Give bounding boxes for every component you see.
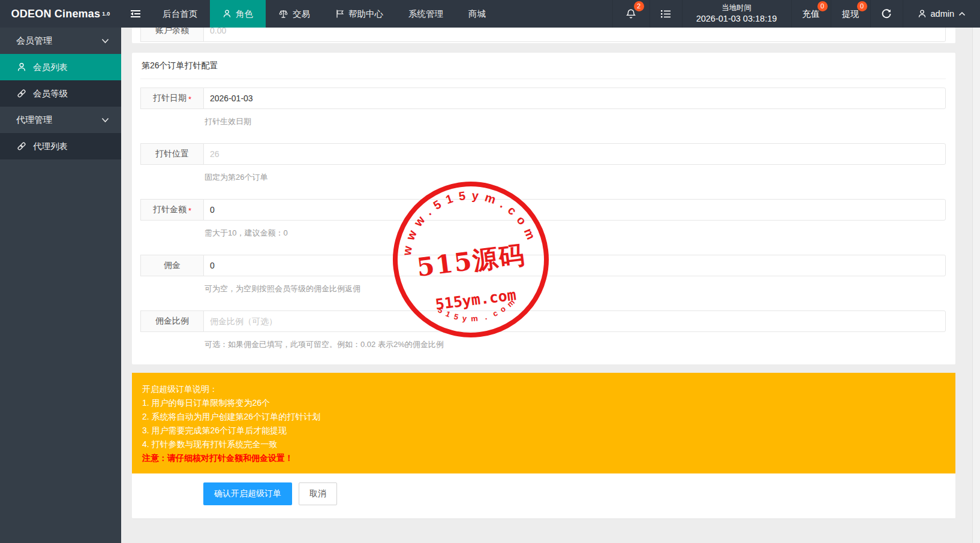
local-time-label: 当地时间	[722, 3, 751, 13]
nav-item-help-center[interactable]: 帮助中心	[323, 0, 396, 28]
required-asterisk: *	[188, 206, 191, 215]
list-icon	[660, 9, 671, 19]
scrollbar-track[interactable]	[972, 28, 980, 543]
scales-icon	[278, 9, 288, 19]
field-help: 固定为第26个订单	[205, 172, 946, 183]
sidebar-group-agent-management[interactable]: 代理管理	[0, 107, 121, 133]
inject-date-input[interactable]	[203, 88, 946, 109]
balance-input[interactable]	[203, 28, 946, 42]
refresh-button[interactable]	[870, 0, 903, 28]
sidebar-collapse-button[interactable]	[121, 0, 150, 28]
field-help: 打针生效日期	[205, 116, 946, 127]
nav-item-label: 交易	[293, 8, 310, 20]
field-label-text: 打针日期	[153, 93, 187, 104]
person-icon	[223, 9, 232, 19]
commission-rate-input[interactable]	[203, 310, 946, 332]
sidebar-item-label: 代理列表	[33, 141, 68, 152]
nav-item-mall[interactable]: 商城	[456, 0, 498, 28]
field-help: 可为空，为空则按照会员等级的佣金比例返佣	[205, 283, 946, 294]
sidebar-item-member-list[interactable]: 会员列表	[0, 54, 121, 80]
nav-item-label: 商城	[468, 8, 486, 20]
commission-input[interactable]	[203, 255, 946, 276]
field-label: 打针日期 *	[140, 88, 204, 109]
field-label: 佣金比例	[140, 310, 204, 332]
sidebar-item-agent-list[interactable]: 代理列表	[0, 133, 121, 159]
notice-warning: 注意：请仔细核对打针金额和佣金设置！	[142, 454, 945, 462]
local-time: 当地时间 2026-01-03 03:18:19	[682, 0, 791, 28]
link-icon	[17, 89, 26, 98]
sidebar-group-label: 会员管理	[16, 35, 52, 47]
notice-line: 2. 系统将自动为用户创建第26个订单的打针计划	[142, 412, 945, 421]
admin-page: ODEON Cinemas 1.0 后台首页 角色	[0, 0, 980, 543]
sidebar-group-label: 代理管理	[16, 114, 52, 126]
withdraw-label: 提现	[842, 8, 859, 20]
nav-item-label: 系统管理	[408, 8, 443, 20]
cancel-button[interactable]: 取消	[299, 482, 337, 505]
notifications-button[interactable]: 2	[612, 0, 650, 28]
super-order-notice: 开启超级订单说明： 1. 用户的每日订单限制将变为26个 2. 系统将自动为用户…	[132, 373, 955, 473]
form-row-inject-date: 打针日期 * 打针生效日期	[140, 88, 946, 127]
outdent-icon	[130, 9, 141, 19]
user-menu[interactable]: admin	[903, 0, 980, 28]
field-label-text: 打针金额	[153, 204, 187, 215]
notice-card: 开启超级订单说明： 1. 用户的每日订单限制将变为26个 2. 系统将自动为用户…	[132, 373, 955, 519]
topbar: ODEON Cinemas 1.0 后台首页 角色	[0, 0, 980, 28]
nav-item-home[interactable]: 后台首页	[150, 0, 210, 28]
field-label: 打针位置	[140, 143, 204, 165]
confirm-super-order-button[interactable]: 确认开启超级订单	[203, 482, 292, 505]
app-version: 1.0	[102, 11, 110, 17]
form-row-commission: 佣金 可为空，为空则按照会员等级的佣金比例返佣	[140, 255, 946, 294]
field-label: 打针金额 *	[140, 199, 204, 221]
injection-config-card: 第26个订单打针配置 打针日期 * 打针生效日期 打针位置	[132, 53, 955, 364]
field-label-text: 打针位置	[155, 149, 189, 159]
recharge-button[interactable]: 充值 0	[791, 0, 831, 28]
sidebar-group-member-management[interactable]: 会员管理	[0, 28, 121, 54]
main-content: 账户余额 第26个订单打针配置 打针日期 * 打针生效日期	[121, 28, 972, 543]
bell-icon	[626, 8, 636, 20]
notice-line: 1. 用户的每日订单限制将变为26个	[142, 399, 945, 407]
required-asterisk: *	[188, 95, 191, 104]
form-row-inject-position: 打针位置 固定为第26个订单	[140, 143, 946, 183]
notice-line: 4. 打针参数与现有打针系统完全一致	[142, 440, 945, 448]
flag-icon	[335, 9, 344, 19]
notice-heading: 开启超级订单说明：	[142, 385, 945, 393]
form-row-commission-rate: 佣金比例 可选：如果佣金已填写，此项可留空。例如：0.02 表示2%的佣金比例	[140, 310, 946, 350]
chevron-down-icon	[101, 38, 109, 44]
top-nav: 后台首页 角色 交易	[150, 0, 498, 28]
notice-line: 3. 用户需要完成第26个订单后才能提现	[142, 426, 945, 435]
app-logo: ODEON Cinemas 1.0	[0, 0, 121, 28]
nav-item-label: 帮助中心	[348, 8, 383, 20]
withdraw-button[interactable]: 提现 0	[831, 0, 870, 28]
nav-item-system[interactable]: 系统管理	[396, 0, 456, 28]
balance-label-text: 账户余额	[155, 28, 189, 36]
sidebar: 会员管理 会员列表 会员等级 代理管理	[0, 28, 121, 543]
inject-amount-input[interactable]	[203, 199, 946, 221]
form-row-inject-amount: 打针金额 * 需大于10，建议金额：0	[140, 199, 946, 239]
field-help: 需大于10，建议金额：0	[205, 228, 946, 239]
balance-row: 账户余额	[140, 28, 946, 42]
withdraw-badge: 0	[857, 1, 867, 11]
app-logo-text: ODEON Cinemas	[11, 8, 101, 20]
chevron-down-icon	[101, 117, 109, 123]
sidebar-item-label: 会员列表	[33, 62, 68, 73]
notification-badge: 2	[634, 1, 644, 11]
nav-item-label: 角色	[236, 8, 253, 20]
recharge-badge: 0	[817, 1, 828, 11]
field-label: 佣金	[140, 255, 204, 276]
sidebar-item-label: 会员等级	[33, 88, 68, 99]
field-label-text: 佣金比例	[155, 316, 189, 327]
message-list-button[interactable]	[650, 0, 682, 28]
link-icon	[17, 141, 26, 151]
nav-item-transactions[interactable]: 交易	[266, 0, 323, 28]
sidebar-item-member-level[interactable]: 会员等级	[0, 80, 121, 107]
field-help: 可选：如果佣金已填写，此项可留空。例如：0.02 表示2%的佣金比例	[205, 339, 946, 350]
nav-item-roles[interactable]: 角色	[210, 0, 266, 28]
inject-position-input[interactable]	[203, 143, 946, 165]
balance-label: 账户余额	[140, 28, 204, 42]
field-label-text: 佣金	[164, 260, 181, 271]
card-title: 第26个订单打针配置	[140, 53, 946, 79]
topbar-right: 2 当地时间 2026-01-03 03:18:19 充值 0 提现 0	[612, 0, 980, 28]
local-time-value: 2026-01-03 03:18:19	[696, 13, 777, 25]
recharge-label: 充值	[802, 8, 820, 20]
balance-card: 账户余额	[132, 28, 955, 43]
